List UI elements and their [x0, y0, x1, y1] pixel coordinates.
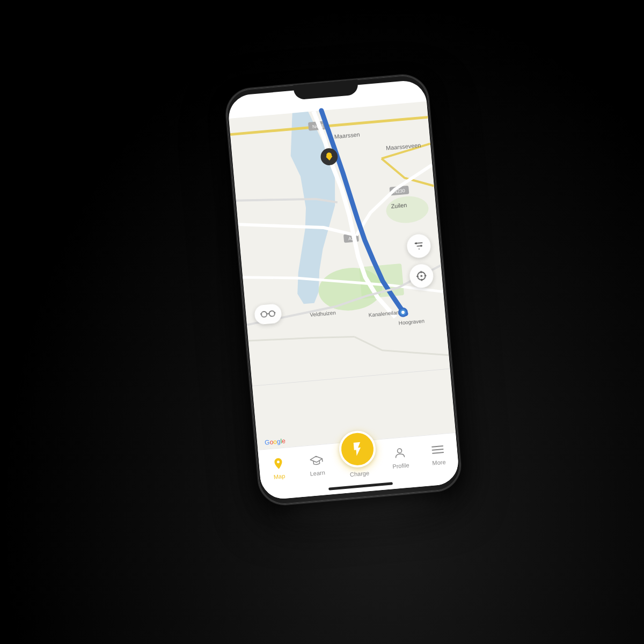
- phone-wrapper: N401 N230 A2 Maarssen Maarsseveen Z: [224, 72, 464, 507]
- svg-line-39: [433, 449, 443, 450]
- map-area: N401 N230 A2 Maarssen Maarsseveen Z: [227, 79, 460, 500]
- svg-text:Zuilen: Zuilen: [391, 202, 407, 210]
- phone-frame: N401 N230 A2 Maarssen Maarsseveen Z: [224, 72, 464, 507]
- tab-map[interactable]: Map: [262, 452, 294, 483]
- tab-learn[interactable]: Learn: [301, 449, 333, 480]
- user-icon: [392, 445, 408, 461]
- graduation-cap-icon: [308, 452, 324, 468]
- menu-icon: [430, 442, 446, 458]
- tab-more[interactable]: More: [422, 438, 454, 469]
- tab-learn-label: Learn: [310, 469, 325, 477]
- svg-rect-34: [261, 311, 267, 317]
- svg-point-26: [415, 243, 417, 245]
- tab-map-label: Map: [273, 473, 285, 480]
- map-icon: [270, 456, 286, 472]
- tab-profile-label: Profile: [392, 462, 409, 470]
- svg-line-38: [432, 446, 443, 447]
- tab-charge-label: Charge: [349, 470, 369, 478]
- tab-more-label: More: [432, 459, 446, 466]
- svg-point-29: [420, 275, 422, 277]
- tab-charge[interactable]: Charge: [338, 429, 378, 479]
- charge-button[interactable]: [338, 429, 377, 469]
- svg-rect-35: [269, 311, 275, 317]
- svg-line-24: [417, 246, 421, 246]
- phone-screen: N401 N230 A2 Maarssen Maarsseveen Z: [227, 79, 460, 500]
- svg-line-40: [433, 452, 443, 453]
- tab-profile[interactable]: Profile: [384, 442, 416, 473]
- svg-point-37: [397, 449, 402, 453]
- svg-point-27: [420, 245, 422, 247]
